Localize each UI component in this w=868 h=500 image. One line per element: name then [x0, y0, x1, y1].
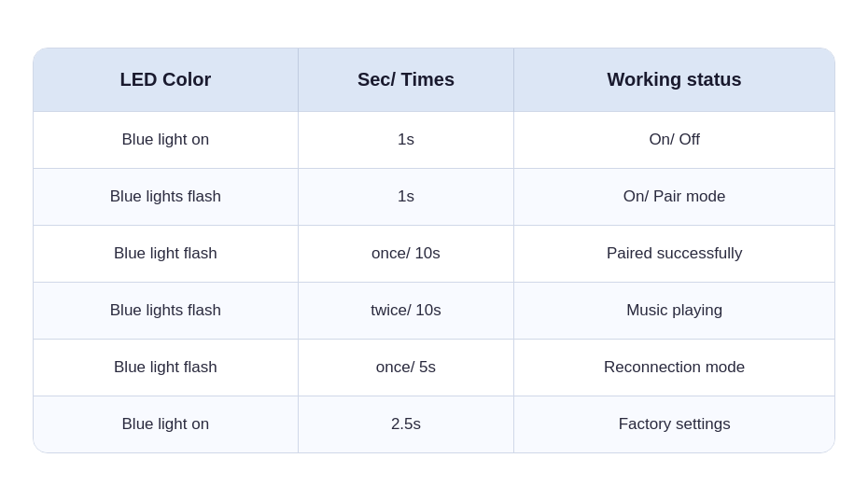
cell-led-color: Blue light on: [34, 111, 298, 168]
cell-working-status: On/ Off: [514, 111, 834, 168]
cell-working-status: Reconnection mode: [514, 339, 834, 396]
led-status-table: LED Color Sec/ Times Working status Blue…: [33, 48, 835, 453]
header-working-status: Working status: [514, 49, 834, 112]
table-row: Blue light on1sOn/ Off: [34, 111, 834, 168]
table-row: Blue light on2.5sFactory settings: [34, 396, 834, 452]
cell-working-status: Paired successfully: [514, 225, 834, 282]
cell-sec-times: once/ 5s: [298, 339, 514, 396]
cell-sec-times: 1s: [298, 168, 514, 225]
table-row: Blue lights flash1sOn/ Pair mode: [34, 168, 834, 225]
cell-sec-times: twice/ 10s: [298, 282, 514, 339]
header-sec-times: Sec/ Times: [298, 49, 514, 112]
cell-led-color: Blue light flash: [34, 339, 298, 396]
table-row: Blue light flashonce/ 10sPaired successf…: [34, 225, 834, 282]
table-row: Blue light flashonce/ 5sReconnection mod…: [34, 339, 834, 396]
cell-led-color: Blue light flash: [34, 225, 298, 282]
cell-sec-times: 2.5s: [298, 396, 514, 452]
cell-working-status: On/ Pair mode: [514, 168, 834, 225]
cell-working-status: Music playing: [514, 282, 834, 339]
cell-led-color: Blue lights flash: [34, 168, 298, 225]
header-led-color: LED Color: [34, 49, 298, 112]
table-header-row: LED Color Sec/ Times Working status: [34, 49, 834, 112]
cell-sec-times: once/ 10s: [298, 225, 514, 282]
cell-led-color: Blue light on: [34, 396, 298, 452]
cell-sec-times: 1s: [298, 111, 514, 168]
cell-working-status: Factory settings: [514, 396, 834, 452]
table-row: Blue lights flashtwice/ 10sMusic playing: [34, 282, 834, 339]
cell-led-color: Blue lights flash: [34, 282, 298, 339]
